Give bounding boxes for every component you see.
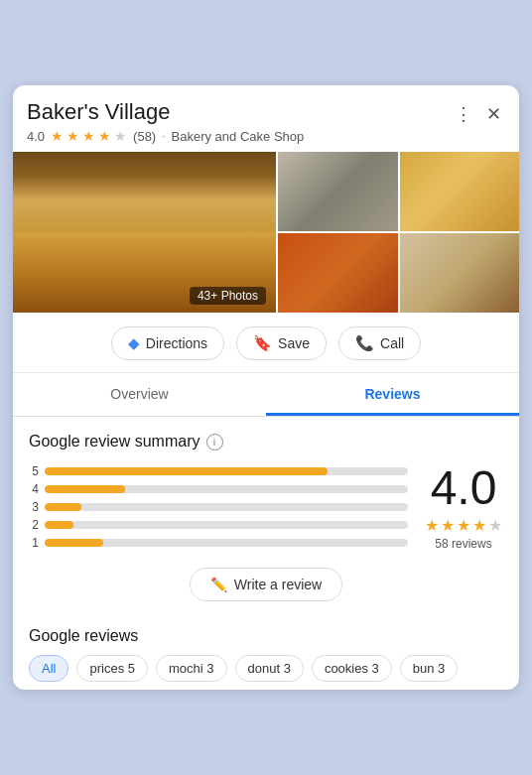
bookmark-icon: 🔖 [253, 334, 272, 352]
bar-track [45, 485, 408, 493]
write-review-row: ✏️ Write a review [29, 568, 503, 601]
google-reviews-section: Google reviews Allprices 5mochi 3donut 3… [13, 615, 519, 690]
bar-fill [45, 521, 73, 529]
bar-track [45, 521, 408, 529]
photo-thumb-1[interactable] [278, 152, 398, 231]
filter-chip-mochi[interactable]: mochi 3 [156, 655, 227, 682]
business-category: Bakery and Cake Shop [172, 129, 305, 144]
header-left: Baker's Village 4.0 ★ ★ ★ ★ ★ (58) · Bak… [27, 99, 451, 144]
star-3: ★ [82, 128, 95, 144]
tab-overview[interactable]: Overview [13, 373, 266, 416]
bar-track [45, 503, 408, 511]
bar-fill [45, 503, 81, 511]
bar-row-5: 5 [29, 464, 408, 478]
write-review-label: Write a review [234, 577, 322, 592]
header-icons: ⋮ ✕ [451, 99, 505, 129]
subtitle-row: 4.0 ★ ★ ★ ★ ★ (58) · Bakery and Cake Sho… [27, 128, 451, 144]
star-5: ★ [114, 128, 127, 144]
pencil-icon: ✏️ [210, 577, 227, 592]
photos-grid: 43+ Photos [13, 152, 519, 313]
rating-value: 4.0 [27, 129, 45, 144]
stars-row: ★ ★ ★ ★ ★ [51, 128, 127, 144]
filter-chips: Allprices 5mochi 3donut 3cookies 3bun 3 [29, 655, 503, 682]
photo-main[interactable]: 43+ Photos [13, 152, 276, 313]
score-star-2: ★ [441, 516, 455, 535]
close-button[interactable]: ✕ [482, 99, 505, 129]
bar-fill [45, 539, 103, 547]
tab-reviews[interactable]: Reviews [266, 373, 519, 416]
filter-chip-bun[interactable]: bun 3 [400, 655, 459, 682]
bar-track [45, 539, 408, 547]
score-column: 4.0 ★ ★ ★ ★ ★ 58 reviews [424, 464, 503, 551]
directions-button[interactable]: ◆ Directions [111, 326, 224, 360]
filter-chip-prices[interactable]: prices 5 [76, 655, 148, 682]
bar-label: 1 [29, 536, 39, 550]
business-card: Baker's Village 4.0 ★ ★ ★ ★ ★ (58) · Bak… [13, 85, 519, 690]
rating-count: (58) [133, 129, 156, 144]
google-reviews-title: Google reviews [29, 627, 503, 645]
info-icon[interactable]: i [206, 434, 223, 451]
big-score: 4.0 [431, 464, 497, 512]
review-count: 58 reviews [435, 537, 491, 551]
more-options-button[interactable]: ⋮ [451, 99, 476, 129]
bar-label: 4 [29, 482, 39, 496]
phone-icon: 📞 [355, 334, 374, 352]
bar-label: 5 [29, 464, 39, 478]
score-star-1: ★ [425, 516, 439, 535]
directions-icon: ◆ [128, 334, 140, 352]
bar-track [45, 467, 408, 475]
photo-thumb-3[interactable] [278, 233, 398, 313]
score-star-3: ★ [457, 516, 470, 535]
actions-row: ◆ Directions 🔖 Save 📞 Call [13, 313, 519, 373]
filter-chip-cookies[interactable]: cookies 3 [312, 655, 392, 682]
section-title: Google review summary i [29, 433, 503, 451]
write-review-button[interactable]: ✏️ Write a review [190, 568, 342, 601]
business-title: Baker's Village [27, 99, 451, 125]
bars-column: 5 4 3 2 1 [29, 464, 408, 554]
bar-fill [45, 485, 125, 493]
photo-count-badge[interactable]: 43+ Photos [190, 287, 266, 305]
bar-label: 2 [29, 518, 39, 532]
bar-row-3: 3 [29, 500, 408, 514]
reviews-section: Google review summary i 5 4 3 2 1 [13, 417, 519, 615]
tabs-row: Overview Reviews [13, 373, 519, 417]
bar-row-4: 4 [29, 482, 408, 496]
dot-separator: · [162, 129, 165, 143]
star-1: ★ [51, 128, 64, 144]
score-stars: ★ ★ ★ ★ ★ [425, 516, 502, 535]
save-label: Save [278, 335, 310, 351]
star-4: ★ [98, 128, 111, 144]
section-title-text: Google review summary [29, 433, 200, 451]
call-button[interactable]: 📞 Call [338, 326, 421, 360]
photo-thumb-4[interactable] [400, 233, 520, 313]
bar-row-1: 1 [29, 536, 408, 550]
star-2: ★ [66, 128, 79, 144]
bar-label: 3 [29, 500, 39, 514]
score-star-5: ★ [488, 516, 502, 535]
directions-label: Directions [146, 335, 207, 351]
photo-thumb-2[interactable] [400, 152, 520, 231]
call-label: Call [380, 335, 404, 351]
score-star-4: ★ [472, 516, 486, 535]
filter-chip-All[interactable]: All [29, 655, 68, 682]
bar-fill [45, 467, 328, 475]
filter-chip-donut[interactable]: donut 3 [235, 655, 304, 682]
rating-summary: 5 4 3 2 1 4.0 [29, 464, 503, 554]
save-button[interactable]: 🔖 Save [236, 326, 327, 360]
bar-row-2: 2 [29, 518, 408, 532]
header: Baker's Village 4.0 ★ ★ ★ ★ ★ (58) · Bak… [13, 85, 519, 152]
